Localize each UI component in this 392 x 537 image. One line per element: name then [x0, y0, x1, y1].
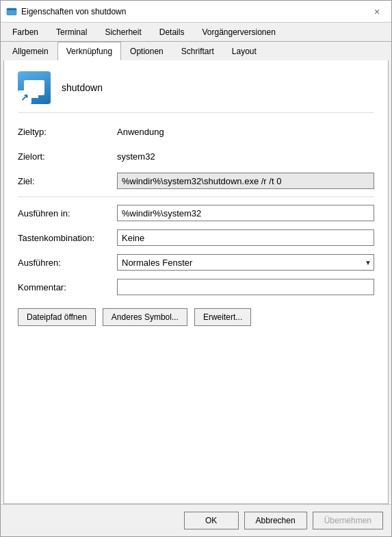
ausfuehren-in-input[interactable] [117, 205, 374, 221]
ausfuehren-select[interactable]: Normales Fenster Minimiert Maximiert [117, 254, 374, 271]
shortcut-icon-container: ↗ [18, 71, 51, 104]
ausfuehren-select-wrapper: Normales Fenster Minimiert Maximiert ▼ [117, 254, 374, 271]
tab-verknuepfung[interactable]: Verknüpfung [57, 42, 121, 61]
tab-content: ↗ shutdown Zieltyp: Anwendung Zielort: s… [3, 60, 389, 504]
action-buttons: Dateipfad öffnen Anderes Symbol... Erwei… [18, 308, 374, 329]
erweitert-button[interactable]: Erweitert... [194, 308, 251, 326]
form-row-tastenkombination: Tastenkombination: [18, 229, 374, 247]
form-row-zielort: Zielort: system32 [18, 147, 374, 165]
svg-rect-1 [7, 8, 16, 10]
shortcut-name: shutdown [62, 82, 103, 93]
dateipfad-oeffnen-button[interactable]: Dateipfad öffnen [18, 308, 96, 326]
window-title-icon [6, 6, 17, 17]
ausfuehren-in-label: Ausführen in: [18, 208, 117, 218]
tabs-row-1: Farben Terminal Sicherheit Details Vorgä… [1, 23, 391, 42]
anderes-symbol-button[interactable]: Anderes Symbol... [103, 308, 187, 326]
zielort-label: Zielort: [18, 151, 117, 162]
tab-vorgaengerversionen[interactable]: Vorgängerversionen [193, 23, 284, 42]
ok-button[interactable]: OK [184, 512, 239, 529]
shortcut-header: ↗ shutdown [18, 71, 374, 113]
titlebar-title: Eigenschaften von shutdown [21, 7, 126, 16]
titlebar-left: Eigenschaften von shutdown [6, 6, 126, 17]
form-row-ausfuehren-in: Ausführen in: [18, 204, 374, 222]
tabs-row-2: Allgemein Verknüpfung Optionen Schriftar… [1, 42, 391, 60]
tab-schriftart[interactable]: Schriftart [172, 42, 223, 61]
ziel-label: Ziel: [18, 176, 117, 186]
tastenkombination-input[interactable] [117, 229, 374, 246]
tab-optionen[interactable]: Optionen [121, 42, 172, 61]
properties-window: Eigenschaften von shutdown × Farben Term… [0, 0, 392, 537]
zieltyp-value: Anwendung [117, 127, 374, 137]
ziel-input[interactable] [117, 173, 374, 189]
form-row-zieltyp: Zieltyp: Anwendung [18, 123, 374, 140]
kommentar-input[interactable] [117, 279, 374, 295]
zieltyp-label: Zieltyp: [18, 127, 117, 137]
tab-allgemein[interactable]: Allgemein [3, 42, 57, 61]
abbrechen-button[interactable]: Abbrechen [244, 512, 307, 529]
separator-1 [18, 197, 374, 197]
form-row-kommentar: Kommentar: [18, 278, 374, 296]
uebernehmen-button[interactable]: Übernehmen [313, 512, 383, 529]
tab-details[interactable]: Details [151, 23, 194, 42]
tastenkombination-label: Tastenkombination: [18, 233, 117, 243]
footer: OK Abbrechen Übernehmen [1, 504, 391, 536]
form-row-ziel: Ziel: [18, 172, 374, 190]
tab-layout[interactable]: Layout [223, 42, 265, 61]
arrow-icon: ↗ [21, 92, 29, 102]
titlebar: Eigenschaften von shutdown × [1, 1, 391, 23]
tab-sicherheit[interactable]: Sicherheit [96, 23, 150, 42]
kommentar-label: Kommentar: [18, 282, 117, 292]
shortcut-arrow-overlay: ↗ [18, 90, 31, 104]
tab-terminal[interactable]: Terminal [47, 23, 96, 42]
tab-farben[interactable]: Farben [3, 23, 47, 42]
form-row-ausfuehren: Ausführen: Normales Fenster Minimiert Ma… [18, 253, 374, 271]
ausfuehren-label: Ausführen: [18, 258, 117, 268]
zielort-value: system32 [117, 151, 374, 162]
close-button[interactable]: × [368, 3, 386, 21]
